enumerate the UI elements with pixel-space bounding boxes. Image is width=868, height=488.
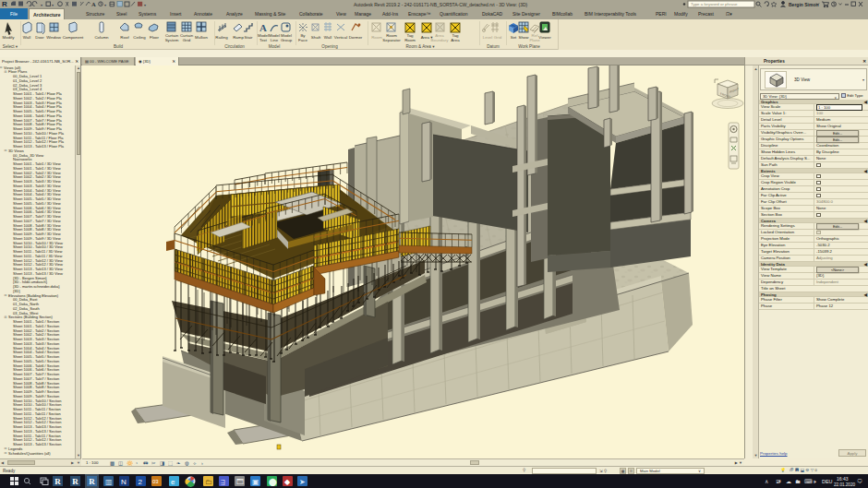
svg-text:Model: Model xyxy=(269,44,281,49)
svg-text:☁: ☁ xyxy=(786,479,791,484)
svg-text:Window: Window xyxy=(46,35,61,40)
svg-text:ᴟ: ᴟ xyxy=(221,478,225,486)
svg-text:Ceiling: Ceiling xyxy=(133,35,146,40)
svg-text:Door: Door xyxy=(35,35,44,40)
svg-text:Floor: Floor xyxy=(150,35,160,40)
svg-text:▾: ▾ xyxy=(52,3,54,7)
svg-text:Circulation: Circulation xyxy=(224,44,245,49)
svg-text:Show: Show xyxy=(519,35,530,40)
svg-text:Column: Column xyxy=(94,35,109,40)
svg-text:DEU: DEU xyxy=(822,479,832,484)
svg-text:03: 03 xyxy=(152,479,159,484)
svg-text:▾: ▾ xyxy=(144,3,146,7)
svg-text:Stair: Stair xyxy=(244,35,253,40)
svg-text:Roof: Roof xyxy=(120,35,129,40)
svg-text:Shaft: Shaft xyxy=(311,35,321,40)
svg-text:R: R xyxy=(72,477,78,486)
svg-text:Railing: Railing xyxy=(215,35,228,40)
svg-text:Select ▾: Select ▾ xyxy=(3,44,18,49)
svg-text:◆: ◆ xyxy=(284,478,291,486)
svg-text:Line: Line xyxy=(271,38,279,42)
svg-text:Work Plane: Work Plane xyxy=(518,44,540,49)
svg-text:Separator: Separator xyxy=(382,38,401,42)
svg-text:Bergin Simon: Bergin Simon xyxy=(789,2,819,7)
svg-text:Datum: Datum xyxy=(487,44,500,49)
svg-text:Room: Room xyxy=(371,35,382,40)
svg-text:R: R xyxy=(54,477,61,486)
svg-text:Set: Set xyxy=(511,35,517,40)
svg-text:System: System xyxy=(165,38,179,42)
svg-text:Wall: Wall xyxy=(324,35,332,40)
svg-text:⬤: ⬤ xyxy=(269,478,277,486)
svg-text:▾: ▾ xyxy=(41,3,42,7)
svg-text:🗀: 🗀 xyxy=(205,478,212,486)
svg-text:Mullion: Mullion xyxy=(195,35,208,40)
svg-text:🖿: 🖿 xyxy=(795,479,801,484)
svg-text:∧: ∧ xyxy=(765,479,768,484)
svg-text:Autodesk Revit 2019.2 - 242-01: Autodesk Revit 2019.2 - 242-016171-NB_SO… xyxy=(354,2,528,7)
svg-text:➤: ➤ xyxy=(299,478,306,486)
svg-text:Room: Room xyxy=(404,38,416,42)
svg-text:Area: Area xyxy=(451,38,460,42)
svg-text:Grid: Grid xyxy=(494,35,502,40)
svg-text:▣: ▣ xyxy=(252,478,259,486)
svg-text:🕩: 🕩 xyxy=(813,479,816,484)
svg-text:▾: ▾ xyxy=(104,3,106,7)
svg-text:16:43: 16:43 xyxy=(837,476,849,482)
svg-text:2: 2 xyxy=(139,478,143,486)
svg-text:22.01.2020: 22.01.2020 xyxy=(834,482,855,487)
svg-text:Boundary: Boundary xyxy=(431,38,450,42)
svg-text:Face: Face xyxy=(298,38,307,42)
svg-text:N: N xyxy=(121,478,127,486)
svg-text:Wall: Wall xyxy=(23,35,30,40)
svg-text:Component: Component xyxy=(63,35,84,40)
svg-text:⌨: ⌨ xyxy=(804,479,813,484)
svg-text:Level: Level xyxy=(483,35,493,40)
svg-text:Room & Area ▾: Room & Area ▾ xyxy=(406,44,436,49)
svg-text:🖳: 🖳 xyxy=(776,479,781,484)
svg-text:A: A xyxy=(259,22,267,33)
svg-text:🗔: 🗔 xyxy=(236,478,244,486)
svg-text:Modify: Modify xyxy=(3,35,16,40)
svg-text:Type a keyword or phrase: Type a keyword or phrase xyxy=(691,2,738,6)
svg-text:R: R xyxy=(2,0,7,8)
svg-text:🗨: 🗨 xyxy=(857,479,862,484)
svg-text:Build: Build xyxy=(114,44,124,49)
svg-text:Ramp: Ramp xyxy=(233,35,244,40)
svg-text:▥: ▥ xyxy=(105,478,113,486)
svg-text:Dormer: Dormer xyxy=(349,35,363,40)
svg-text:Text: Text xyxy=(259,38,268,42)
svg-text:A: A xyxy=(91,1,96,7)
svg-text:R: R xyxy=(89,477,95,486)
svg-text:Grid: Grid xyxy=(183,38,191,42)
svg-text:Group: Group xyxy=(281,38,293,42)
svg-text:e: e xyxy=(171,478,175,486)
svg-text:Viewer: Viewer xyxy=(538,35,551,40)
svg-text:Opening: Opening xyxy=(321,44,338,49)
svg-text:Vertical: Vertical xyxy=(334,35,347,40)
